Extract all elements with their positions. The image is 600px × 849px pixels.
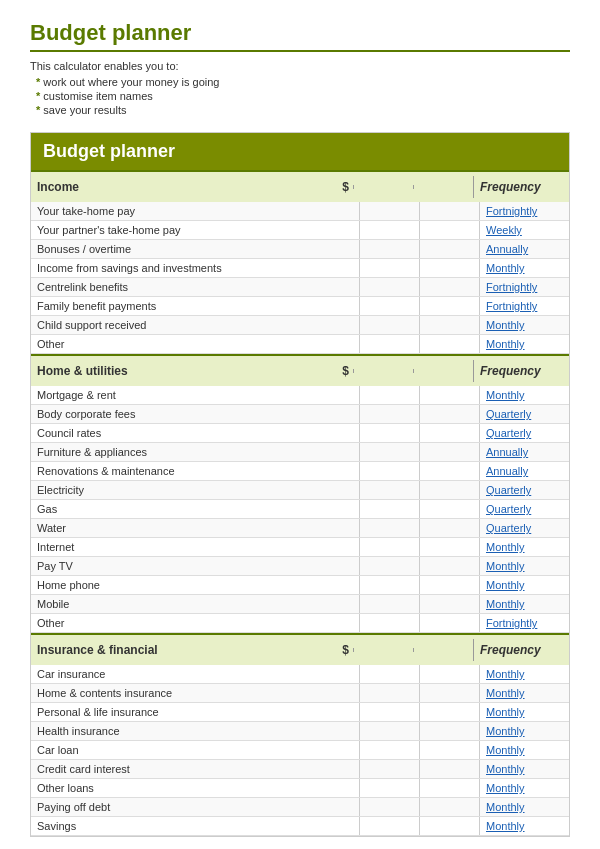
row-frequency[interactable]: Monthly [479,259,569,277]
row-frequency[interactable]: Monthly [479,779,569,797]
row-secondary-input[interactable] [419,665,479,683]
row-label: Internet [31,538,359,556]
row-amount-input[interactable] [359,424,419,442]
row-amount-input[interactable] [359,519,419,537]
row-secondary-input[interactable] [419,297,479,315]
row-amount-input[interactable] [359,557,419,575]
row-secondary-input[interactable] [419,278,479,296]
row-frequency[interactable]: Quarterly [479,500,569,518]
row-secondary-input[interactable] [419,703,479,721]
row-frequency[interactable]: Annually [479,240,569,258]
row-label: Mortgage & rent [31,386,359,404]
row-frequency[interactable]: Monthly [479,335,569,353]
row-frequency[interactable]: Monthly [479,595,569,613]
row-amount-input[interactable] [359,259,419,277]
row-secondary-input[interactable] [419,202,479,220]
row-amount-input[interactable] [359,462,419,480]
row-secondary-input[interactable] [419,614,479,632]
row-frequency[interactable]: Annually [479,443,569,461]
row-secondary-input[interactable] [419,779,479,797]
row-amount-input[interactable] [359,741,419,759]
row-frequency[interactable]: Fortnightly [479,202,569,220]
row-secondary-input[interactable] [419,595,479,613]
row-frequency[interactable]: Monthly [479,684,569,702]
row-frequency[interactable]: Monthly [479,760,569,778]
row-amount-input[interactable] [359,297,419,315]
row-secondary-input[interactable] [419,240,479,258]
row-secondary-input[interactable] [419,316,479,334]
row-frequency[interactable]: Monthly [479,798,569,816]
row-secondary-input[interactable] [419,538,479,556]
row-secondary-input[interactable] [419,481,479,499]
row-secondary-input[interactable] [419,557,479,575]
row-frequency[interactable]: Monthly [479,741,569,759]
row-amount-input[interactable] [359,760,419,778]
row-label: Personal & life insurance [31,703,359,721]
row-secondary-input[interactable] [419,722,479,740]
row-frequency[interactable]: Monthly [479,817,569,835]
budget-widget: Budget planner Income$FrequencyYour take… [30,132,570,837]
row-secondary-input[interactable] [419,798,479,816]
row-secondary-input[interactable] [419,760,479,778]
row-amount-input[interactable] [359,817,419,835]
row-secondary-input[interactable] [419,424,479,442]
row-amount-input[interactable] [359,595,419,613]
row-frequency[interactable]: Annually [479,462,569,480]
row-amount-input[interactable] [359,240,419,258]
row-frequency[interactable]: Quarterly [479,424,569,442]
row-secondary-input[interactable] [419,259,479,277]
row-amount-input[interactable] [359,405,419,423]
section-right-income: $Frequency [342,176,563,198]
row-secondary-input[interactable] [419,684,479,702]
row-frequency[interactable]: Fortnightly [479,297,569,315]
frequency-header: Frequency [473,176,563,198]
row-secondary-input[interactable] [419,741,479,759]
row-secondary-input[interactable] [419,817,479,835]
row-amount-input[interactable] [359,684,419,702]
row-amount-input[interactable] [359,500,419,518]
row-secondary-input[interactable] [419,443,479,461]
row-frequency[interactable]: Monthly [479,557,569,575]
row-secondary-input[interactable] [419,576,479,594]
row-frequency[interactable]: Quarterly [479,405,569,423]
row-frequency[interactable]: Fortnightly [479,614,569,632]
row-secondary-input[interactable] [419,386,479,404]
row-amount-input[interactable] [359,798,419,816]
section-label-home: Home & utilities [37,364,128,378]
row-frequency[interactable]: Monthly [479,386,569,404]
row-amount-input[interactable] [359,202,419,220]
row-amount-input[interactable] [359,221,419,239]
row-frequency[interactable]: Monthly [479,665,569,683]
row-secondary-input[interactable] [419,462,479,480]
row-frequency[interactable]: Weekly [479,221,569,239]
row-amount-input[interactable] [359,386,419,404]
row-secondary-input[interactable] [419,519,479,537]
row-frequency[interactable]: Fortnightly [479,278,569,296]
table-row: Centrelink benefitsFortnightly [31,278,569,297]
row-secondary-input[interactable] [419,405,479,423]
row-amount-input[interactable] [359,335,419,353]
row-frequency[interactable]: Monthly [479,722,569,740]
row-amount-input[interactable] [359,779,419,797]
row-amount-input[interactable] [359,703,419,721]
row-amount-input[interactable] [359,538,419,556]
row-frequency[interactable]: Quarterly [479,519,569,537]
row-amount-input[interactable] [359,481,419,499]
row-frequency[interactable]: Monthly [479,316,569,334]
row-frequency[interactable]: Monthly [479,576,569,594]
row-amount-input[interactable] [359,443,419,461]
row-amount-input[interactable] [359,278,419,296]
row-secondary-input[interactable] [419,335,479,353]
row-amount-input[interactable] [359,576,419,594]
row-secondary-input[interactable] [419,500,479,518]
row-amount-input[interactable] [359,614,419,632]
row-frequency[interactable]: Monthly [479,703,569,721]
row-amount-input[interactable] [359,722,419,740]
row-amount-input[interactable] [359,665,419,683]
table-row: WaterQuarterly [31,519,569,538]
row-frequency[interactable]: Quarterly [479,481,569,499]
table-row: Home phoneMonthly [31,576,569,595]
row-amount-input[interactable] [359,316,419,334]
row-secondary-input[interactable] [419,221,479,239]
row-frequency[interactable]: Monthly [479,538,569,556]
